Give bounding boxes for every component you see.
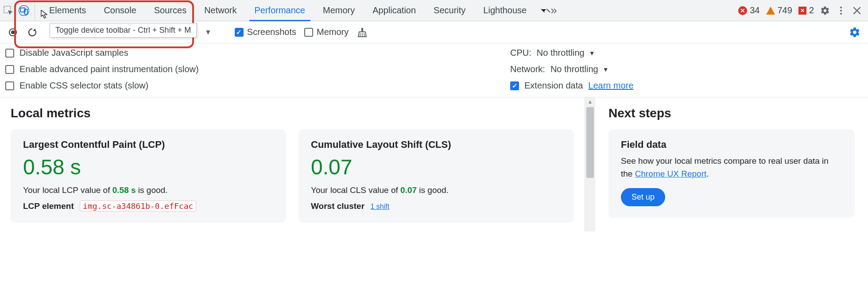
collect-garbage-icon[interactable] (356, 27, 368, 38)
top-left-icon-group (4, 0, 35, 21)
extension-data-label: Extension data (524, 81, 583, 91)
vertical-scrollbar[interactable]: ▲ (585, 97, 595, 231)
scrollbar-thumb[interactable] (586, 107, 594, 178)
screenshots-label: Screenshots (247, 27, 296, 37)
capture-settings-right: CPU: No throttling ▼ Network: No throttl… (510, 48, 634, 91)
memory-checkbox[interactable] (304, 28, 313, 37)
lcp-element-label: LCP element (23, 201, 74, 211)
cls-cluster-row: Worst cluster 1 shift (311, 201, 562, 211)
close-devtools-icon[interactable] (852, 6, 862, 15)
enable-css-checkbox[interactable] (5, 81, 14, 90)
screenshots-checkbox-row[interactable]: Screenshots (235, 27, 296, 37)
cls-desc: Your local CLS value of 0.07 is good. (311, 185, 562, 195)
lcp-desc: Your local LCP value of 0.58 s is good. (23, 185, 274, 195)
lcp-desc-pre: Your local LCP value of (23, 185, 112, 195)
next-steps-title: Next steps (608, 106, 855, 120)
svg-point-5 (11, 31, 15, 34)
set-up-button[interactable]: Set up (621, 188, 665, 206)
field-data-desc: See how your local metrics compare to re… (621, 155, 842, 180)
memory-checkbox-row[interactable]: Memory (304, 27, 349, 37)
chrome-ux-report-link[interactable]: Chrome UX Report (635, 169, 707, 178)
settings-gear-icon[interactable] (820, 6, 830, 15)
enable-paint-checkbox-row[interactable]: Enable advanced paint instrumentation (s… (5, 64, 484, 74)
chevron-down-icon: ▼ (603, 66, 609, 73)
capture-settings-panel: Disable JavaScript samples Enable advanc… (0, 43, 868, 97)
disable-js-checkbox[interactable] (5, 49, 14, 58)
enable-css-label: Enable CSS selector stats (slow) (19, 81, 148, 91)
network-label: Network: (510, 64, 545, 74)
cls-name: Cumulative Layout Shift (CLS) (311, 139, 562, 150)
tab-network[interactable]: Network (195, 0, 245, 21)
errors-badge[interactable]: ✕ 34 (738, 5, 760, 15)
tab-sources[interactable]: Sources (145, 0, 195, 21)
metric-cards-row: Largest Contentful Paint (LCP) 0.58 s Yo… (11, 129, 574, 223)
tab-lighthouse[interactable]: Lighthouse (474, 0, 535, 21)
extension-data-checkbox[interactable] (510, 81, 519, 90)
chevron-down-icon: ▼ (589, 50, 595, 57)
devtools-tabs: Elements Console Sources Network Perform… (40, 0, 561, 21)
cls-desc-pre: Your local CLS value of (311, 185, 400, 195)
error-icon: ✕ (738, 6, 747, 15)
lcp-element-selector[interactable]: img.sc-a34861b-0.efFcac (80, 200, 196, 212)
cls-cluster-link[interactable]: 1 shift (370, 203, 389, 210)
warnings-badge[interactable]: 749 (766, 5, 792, 15)
toolbar-dropdown-caret[interactable]: ▼ (205, 28, 212, 36)
warnings-count: 749 (778, 5, 792, 15)
tab-security[interactable]: Security (425, 0, 474, 21)
record-icon[interactable] (7, 27, 19, 38)
lcp-card: Largest Contentful Paint (LCP) 0.58 s Yo… (11, 129, 286, 223)
tab-performance[interactable]: Performance (246, 0, 314, 21)
tooltip-toggle-device: Toggle device toolbar - Ctrl + Shift + M (50, 23, 197, 38)
cls-desc-post: is good. (417, 185, 449, 195)
issues-count: 2 (809, 5, 814, 15)
lcp-desc-post: is good. (136, 185, 168, 195)
enable-css-checkbox-row[interactable]: Enable CSS selector stats (slow) (5, 81, 484, 91)
toggle-device-toolbar-icon[interactable] (18, 4, 30, 17)
tab-elements[interactable]: Elements (40, 0, 95, 21)
capture-settings-left: Disable JavaScript samples Enable advanc… (5, 48, 484, 91)
network-throttle-select[interactable]: No throttling ▼ (550, 64, 609, 74)
memory-label: Memory (317, 27, 349, 37)
cpu-throttle-value: No throttling (537, 48, 585, 58)
tab-console[interactable]: Console (95, 0, 145, 21)
inspect-element-icon[interactable] (4, 6, 13, 15)
performance-main-content: Local metrics Largest Contentful Paint (… (0, 97, 868, 231)
lcp-value: 0.58 s (23, 155, 274, 179)
scrollbar-up-arrow[interactable]: ▲ (585, 97, 595, 106)
field-data-card: Field data See how your local metrics co… (608, 129, 855, 218)
warning-icon (766, 7, 775, 15)
local-metrics-panel: Local metrics Largest Contentful Paint (… (0, 97, 585, 231)
learn-more-link[interactable]: Learn more (588, 81, 633, 91)
lcp-name: Largest Contentful Paint (LCP) (23, 139, 274, 150)
extension-data-row[interactable]: Extension data Learn more (510, 81, 634, 91)
issue-icon: ✕ (798, 7, 806, 15)
disable-js-checkbox-row[interactable]: Disable JavaScript samples (5, 48, 484, 58)
cpu-throttle-row: CPU: No throttling ▼ (510, 48, 634, 58)
enable-paint-checkbox[interactable] (5, 65, 14, 74)
enable-paint-label: Enable advanced paint instrumentation (s… (19, 64, 199, 74)
next-steps-panel: Next steps Field data See how your local… (595, 97, 868, 231)
cls-value: 0.07 (311, 155, 562, 179)
tab-application[interactable]: Application (364, 0, 425, 21)
devtools-top-bar: Elements Console Sources Network Perform… (0, 0, 868, 21)
svg-line-7 (360, 33, 360, 36)
reload-icon[interactable] (27, 27, 38, 38)
network-throttle-value: No throttling (550, 64, 598, 74)
tab-memory[interactable]: Memory (314, 0, 364, 21)
more-tabs-icon[interactable]: » (535, 0, 560, 21)
screenshots-checkbox[interactable] (235, 28, 244, 37)
lcp-element-row: LCP element img.sc-a34861b-0.efFcac (23, 201, 274, 211)
network-throttle-row: Network: No throttling ▼ (510, 64, 634, 74)
capture-settings-gear-icon[interactable] (849, 26, 861, 39)
cpu-label: CPU: (510, 48, 531, 58)
more-options-icon[interactable] (836, 6, 846, 15)
lcp-desc-val: 0.58 s (112, 185, 136, 195)
cls-card: Cumulative Layout Shift (CLS) 0.07 Your … (298, 129, 574, 223)
top-right-controls: ✕ 34 749 ✕ 2 (738, 5, 864, 15)
cpu-throttle-select[interactable]: No throttling ▼ (537, 48, 595, 58)
svg-line-9 (364, 33, 364, 36)
field-data-desc-post: . (706, 169, 709, 178)
issues-badge[interactable]: ✕ 2 (798, 5, 814, 15)
local-metrics-title: Local metrics (11, 106, 574, 120)
field-data-name: Field data (621, 139, 842, 150)
